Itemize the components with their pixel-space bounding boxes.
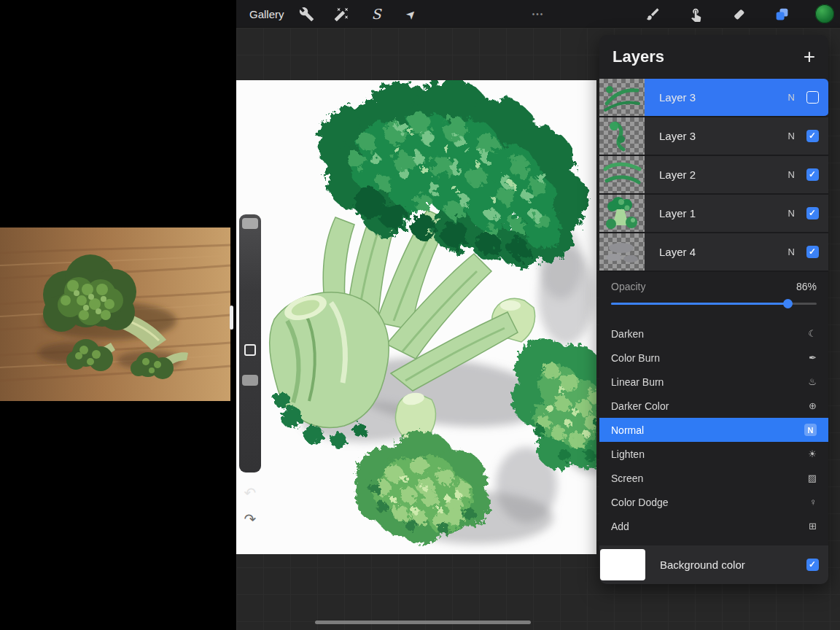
- darken-moon-icon: ☾: [808, 328, 817, 339]
- background-color-label: Background color: [660, 559, 806, 571]
- selection-s-icon: S: [371, 6, 381, 22]
- brush-size-slider-handle[interactable]: [242, 218, 258, 229]
- magic-wand-icon: [334, 7, 349, 22]
- layer-name: Layer 2: [659, 168, 788, 181]
- broccoli-painting: [236, 80, 596, 554]
- layers-panel: Layers + Layer 3 N Layer 3 N Layer 2 N: [599, 35, 828, 584]
- layer-thumbnail: [599, 156, 645, 193]
- layer-blend-badge[interactable]: N: [788, 208, 795, 219]
- layer-visibility-checkbox[interactable]: [806, 207, 819, 219]
- layer-row[interactable]: Layer 4 N: [599, 233, 828, 272]
- selection-button[interactable]: S: [365, 0, 387, 28]
- add-plus-icon: ⊞: [809, 521, 817, 532]
- blend-mode-lighten[interactable]: Lighten ☀: [599, 442, 828, 466]
- layer-row[interactable]: Layer 3 N: [599, 79, 828, 117]
- undo-button[interactable]: ↶: [239, 484, 261, 502]
- drawing-canvas[interactable]: [236, 80, 596, 554]
- undo-icon: ↶: [244, 485, 257, 501]
- blend-mode-normal[interactable]: Normal N: [599, 418, 828, 442]
- blend-mode-darker-color[interactable]: Darker Color ⊕: [599, 394, 828, 418]
- background-color-row[interactable]: Background color: [599, 545, 828, 584]
- add-layer-button[interactable]: +: [804, 47, 815, 67]
- smudge-tool-button[interactable]: [685, 0, 707, 28]
- adjustments-button[interactable]: [330, 0, 352, 28]
- layer-thumbnail: [599, 195, 645, 232]
- wrench-icon: [299, 7, 314, 22]
- layer-blend-badge[interactable]: N: [788, 169, 795, 180]
- layer-thumbnail: [599, 233, 645, 271]
- layers-icon: [774, 7, 790, 22]
- blend-mode-label: Darken: [611, 328, 644, 340]
- background-color-swatch[interactable]: [600, 549, 645, 580]
- brush-opacity-slider-handle[interactable]: [242, 375, 258, 386]
- redo-button[interactable]: ↷: [239, 510, 261, 528]
- blend-mode-darken[interactable]: Darken ☾: [599, 322, 828, 346]
- color-picker-button[interactable]: [814, 0, 836, 28]
- opacity-slider-fill: [611, 303, 788, 305]
- normal-n-icon: N: [804, 424, 817, 436]
- blend-mode-label: Darker Color: [611, 400, 669, 412]
- layer-visibility-checkbox[interactable]: [806, 246, 819, 258]
- blend-mode-add[interactable]: Add ⊞: [599, 514, 828, 538]
- transform-arrow-icon: ➤: [403, 6, 420, 23]
- modify-button[interactable]: [244, 344, 256, 356]
- blend-mode-label: Lighten: [611, 448, 645, 460]
- lighten-sun-icon: ☀: [808, 448, 817, 459]
- opacity-value: 86%: [796, 281, 817, 292]
- color-burn-icon: ✒: [809, 352, 817, 363]
- blend-mode-label: Add: [611, 521, 629, 532]
- brush-icon: [645, 7, 661, 22]
- layer-visibility-checkbox[interactable]: [806, 168, 819, 181]
- layer-visibility-checkbox[interactable]: [806, 130, 819, 142]
- darker-color-icon: ⊕: [809, 400, 817, 411]
- layer-name: Layer 1: [659, 207, 788, 219]
- layer-row[interactable]: Layer 1 N: [599, 195, 828, 233]
- linear-burn-icon: ♨: [808, 376, 817, 387]
- opacity-slider[interactable]: [611, 298, 817, 310]
- background-visibility-checkbox[interactable]: [806, 559, 819, 571]
- layer-name: Layer 3: [659, 91, 788, 104]
- smudge-finger-icon: [688, 7, 704, 22]
- blend-mode-color-burn[interactable]: Color Burn ✒: [599, 346, 828, 370]
- blend-mode-label: Normal: [611, 424, 644, 436]
- layer-name: Layer 4: [659, 246, 788, 258]
- transform-button[interactable]: ➤: [400, 0, 422, 28]
- blend-mode-label: Color Dodge: [611, 497, 669, 508]
- procreate-split-screen: { "topbar": { "gallery_label": "Gallery"…: [0, 0, 840, 630]
- layer-name: Layer 3: [659, 130, 788, 142]
- layer-blend-badge[interactable]: N: [788, 92, 795, 103]
- eraser-icon: [731, 7, 747, 22]
- blend-mode-label: Screen: [611, 472, 643, 484]
- active-color-swatch: [815, 4, 834, 23]
- layer-thumbnail: [599, 117, 645, 155]
- eraser-tool-button[interactable]: [728, 0, 750, 28]
- layer-row[interactable]: Layer 2 N: [599, 156, 828, 195]
- reference-photo: [0, 228, 230, 401]
- opacity-label: Opacity: [611, 281, 645, 292]
- screen-hatch-icon: ▨: [808, 472, 817, 483]
- layers-panel-header: Layers +: [599, 35, 828, 79]
- blend-mode-screen[interactable]: Screen ▨: [599, 466, 828, 490]
- split-view-divider-handle[interactable]: [230, 306, 233, 330]
- opacity-slider-knob[interactable]: [783, 299, 793, 308]
- brush-controls-sidebar: [239, 214, 261, 472]
- blend-mode-color-dodge[interactable]: Color Dodge ♀: [599, 490, 828, 514]
- brush-tool-button[interactable]: [642, 0, 664, 28]
- gallery-button[interactable]: Gallery: [246, 0, 287, 28]
- layer-thumbnail: [599, 79, 645, 116]
- canvas-options-handle[interactable]: •••: [524, 0, 553, 28]
- top-toolbar: Gallery S ➤ •••: [236, 0, 840, 28]
- redo-icon: ↷: [244, 511, 257, 527]
- blend-mode-label: Linear Burn: [611, 376, 664, 388]
- layer-row[interactable]: Layer 3 N: [599, 117, 828, 156]
- home-indicator[interactable]: [315, 621, 531, 624]
- actions-wrench-button[interactable]: [295, 0, 317, 28]
- layer-blend-badge[interactable]: N: [788, 246, 795, 257]
- layer-visibility-checkbox[interactable]: [806, 91, 819, 104]
- blend-mode-linear-burn[interactable]: Linear Burn ♨: [599, 370, 828, 394]
- color-dodge-icon: ♀: [809, 497, 817, 508]
- layer-blend-badge[interactable]: N: [788, 131, 795, 141]
- layers-panel-button[interactable]: [771, 0, 793, 28]
- blend-mode-label: Color Burn: [611, 352, 660, 364]
- layers-panel-title: Layers: [612, 47, 664, 66]
